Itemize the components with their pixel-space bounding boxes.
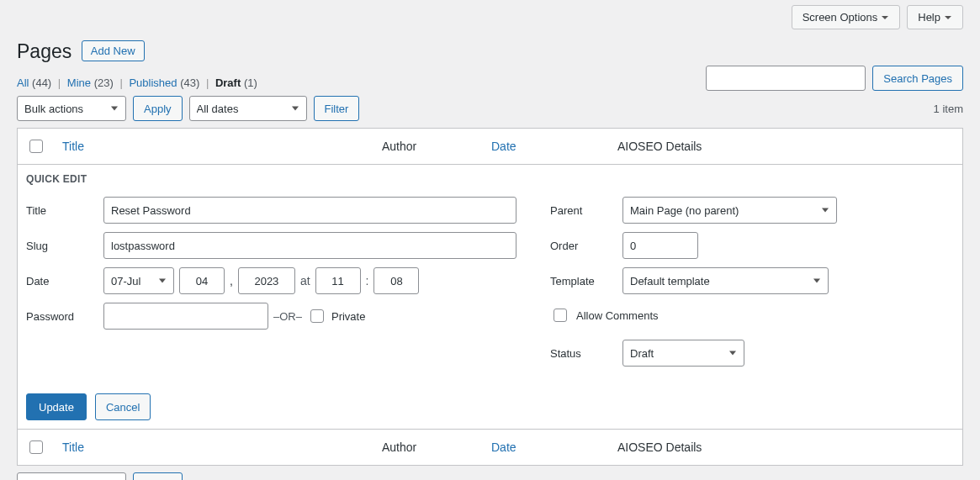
qe-date-label: Date [26,275,103,287]
column-author: Author [373,129,483,165]
qe-status-select[interactable]: Draft [622,340,744,367]
help-button[interactable]: Help [907,5,963,29]
cancel-button[interactable]: Cancel [95,393,151,420]
column-author-bottom: Author [373,430,483,466]
item-count-top: 1 item [934,103,963,115]
chevron-down-icon [944,13,952,22]
filter-button[interactable]: Filter [314,96,360,121]
qe-title-input[interactable] [103,197,516,224]
filter-draft[interactable]: Draft (1) [215,76,257,89]
chevron-down-icon [881,13,889,22]
filter-all[interactable]: All (44) [17,76,51,89]
column-title[interactable]: Title [62,140,84,153]
qe-password-input[interactable] [103,303,268,330]
qe-password-label: Password [26,310,103,323]
qe-day-input[interactable] [179,267,225,294]
qe-parent-select[interactable]: Main Page (no parent) [622,197,837,224]
qe-minute-input[interactable] [373,267,419,294]
qe-year-input[interactable] [238,267,295,294]
quick-edit-heading: Quick Edit [26,173,954,185]
date-filter-select[interactable]: All dates [189,96,307,121]
add-new-button[interactable]: Add New [82,40,145,61]
column-date[interactable]: Date [491,140,516,153]
page-title: Pages [17,33,72,66]
search-input[interactable] [706,66,866,91]
column-aioseo-bottom: AIOSEO Details [609,430,963,466]
select-all-top[interactable] [29,140,43,153]
filter-published[interactable]: Published (43) [129,76,199,89]
search-button[interactable]: Search Pages [872,66,963,91]
qe-slug-input[interactable] [103,232,516,259]
qe-template-select[interactable]: Default template [622,267,829,294]
qe-at: at [300,274,310,287]
apply-button-top[interactable]: Apply [133,96,183,121]
qe-status-label: Status [550,347,622,360]
qe-slug-label: Slug [26,240,103,252]
column-title-bottom[interactable]: Title [62,440,84,454]
column-aioseo: AIOSEO Details [609,129,963,165]
filter-mine[interactable]: Mine (23) [67,76,114,89]
update-button[interactable]: Update [26,393,87,420]
qe-order-input[interactable] [622,232,698,259]
qe-allow-comments-label: Allow Comments [576,309,659,322]
qe-order-label: Order [550,240,622,252]
select-all-bottom[interactable] [29,440,43,454]
bulk-actions-select-top[interactable]: Bulk actions [17,96,126,121]
qe-or: –OR– [273,310,302,323]
column-date-bottom[interactable]: Date [491,440,516,454]
screen-options-button[interactable]: Screen Options [792,5,901,29]
qe-title-label: Title [26,204,103,217]
qe-hour-input[interactable] [315,267,361,294]
qe-private-label: Private [331,310,365,323]
screen-options-label: Screen Options [803,11,878,24]
help-label: Help [918,11,940,24]
qe-month-select[interactable]: 07-Jul [103,267,174,294]
qe-template-label: Template [550,275,622,287]
qe-allow-comments-checkbox[interactable] [554,309,567,322]
qe-parent-label: Parent [550,204,622,217]
quick-edit-row: Quick Edit Title Slug [18,165,963,430]
pages-table: Title Author Date AIOSEO Details Quick E… [17,128,963,466]
bulk-actions-select-bottom[interactable]: Bulk actions [17,472,126,480]
apply-button-bottom[interactable]: Apply [133,472,183,480]
qe-private-checkbox[interactable] [310,309,324,323]
